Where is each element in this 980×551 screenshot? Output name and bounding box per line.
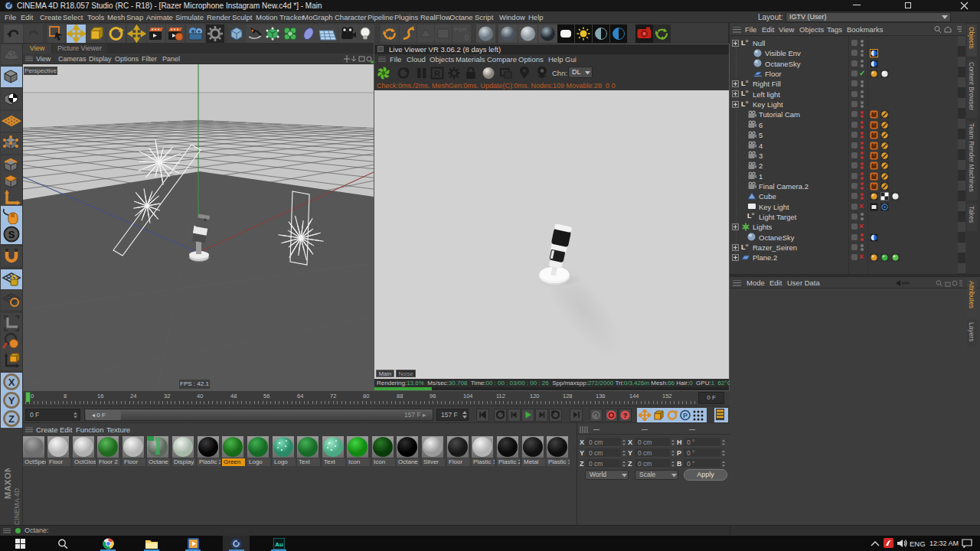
svg-text:Y: Y bbox=[8, 395, 15, 406]
svg-text:Au: Au bbox=[275, 541, 283, 548]
svg-text:R: R bbox=[434, 69, 440, 78]
svg-text:?: ? bbox=[623, 412, 628, 419]
svg-text:Z: Z bbox=[8, 413, 15, 425]
svg-text:S: S bbox=[8, 229, 15, 240]
svg-text:X: X bbox=[8, 377, 15, 388]
svg-text:P: P bbox=[683, 412, 688, 419]
